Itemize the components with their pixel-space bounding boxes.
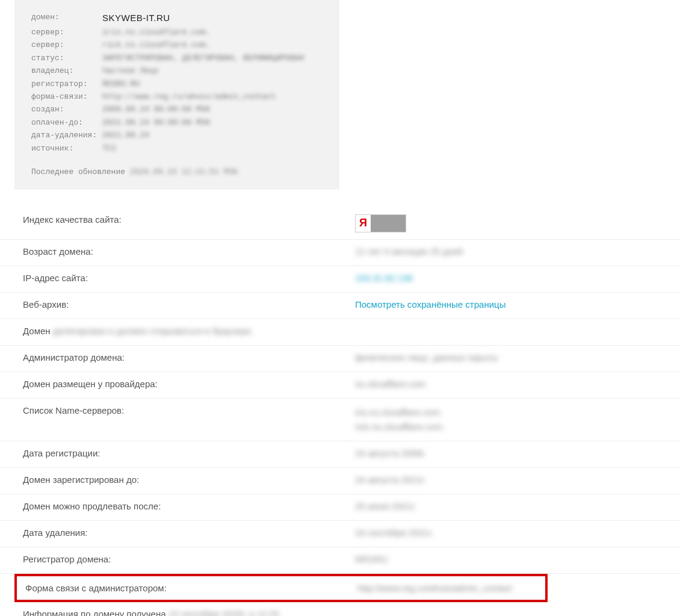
label-contactform: Форма связи с администратором: <box>25 583 357 593</box>
row-contact-form-highlighted: Форма связи с администратором: http://ww… <box>14 574 548 602</box>
whois-label-owner: владелец: <box>31 64 102 77</box>
ns-item-1: iris.ns.cloudflare.com. <box>355 405 445 420</box>
whois-value-server2: rick.ns.cloudflare.com. <box>102 39 210 51</box>
row-regdate: Дата регистрации: 24 августа 2008г. <box>0 441 680 468</box>
label-ns: Список Name-серверов: <box>23 405 355 415</box>
whois-raw-block: домен: SKYWEB-IT.RU сервер: iris.ns.clou… <box>14 0 339 190</box>
row-nameservers: Список Name-серверов: iris.ns.cloudflare… <box>0 399 680 441</box>
whois-value-created: 2008.08.24 00:00:00 MSK <box>102 103 210 116</box>
value-age: 12 лет 0 месяцев 25 дней <box>355 246 463 257</box>
row-domain-delegated: Домен делегирован и должен открываться в… <box>0 319 680 346</box>
row-domain-age: Возраст домена: 12 лет 0 месяцев 25 дней <box>0 240 680 266</box>
label-provider: Домен размещен у провайдера: <box>23 379 355 389</box>
row-renew: Домен можно продлевать после: 25 июня 20… <box>0 494 680 521</box>
row-admin: Администратор домена: физическое лицо, д… <box>0 346 680 372</box>
value-regdate: 24 августа 2008г. <box>355 448 426 458</box>
whois-lastupdate-value: 2020.09.15 12:21:51 MSK <box>130 167 238 176</box>
label-regdate: Дата регистрации: <box>23 448 355 458</box>
text-info-obtained: Информация по домену получена 15 сентябр… <box>23 609 279 616</box>
value-provider: ns.cloudflare.com <box>355 379 426 389</box>
yandex-icon: Я <box>356 215 371 232</box>
value-admin: физическое лицо, данные скрыты <box>355 352 498 362</box>
yandex-badge: Я <box>355 214 406 232</box>
whois-value-deletedate: 2021.09.24 <box>102 129 149 142</box>
label-age: Возраст домена: <box>23 246 355 257</box>
whois-label-status: статус: <box>31 52 102 64</box>
row-quality-index: Индекс качества сайта: Я <box>0 208 680 240</box>
row-deletedate: Дата удаления: 24 сентября 2021г. <box>0 521 680 547</box>
whois-label-source: источник: <box>31 142 102 155</box>
whois-label-server1: сервер: <box>31 26 102 39</box>
text-domain-delegated: Домен делегирован и должен открываться в… <box>23 326 253 336</box>
row-webarchive: Веб-архив: Посмотреть сохранённые страни… <box>0 293 680 319</box>
value-regtill: 24 августа 2021г. <box>355 474 426 485</box>
whois-label-domain: домен: <box>31 11 102 26</box>
link-webarchive[interactable]: Посмотреть сохранённые страницы <box>355 299 505 310</box>
yandex-bar <box>371 215 406 232</box>
whois-label-deletedate: дата-удаления: <box>31 129 102 142</box>
value-deletedate: 24 сентября 2021г. <box>355 527 433 538</box>
whois-value-registrar: REGRU-RU <box>102 78 140 90</box>
whois-label-registrar: регистратор: <box>31 78 102 90</box>
domain-info-table: Индекс качества сайта: Я Возраст домена:… <box>0 208 680 616</box>
row-provider: Домен размещен у провайдера: ns.cloudfla… <box>0 372 680 399</box>
label-admin: Администратор домена: <box>23 352 355 362</box>
row-regtill: Домен зарегистрирован до: 24 августа 202… <box>0 468 680 494</box>
whois-value-source: TCI <box>102 142 116 155</box>
row-registrar: Регистратор домена: REGRU <box>0 547 680 574</box>
whois-value-server1: iris.ns.cloudflare.com. <box>102 26 210 39</box>
value-renew: 25 июня 2021г. <box>355 501 416 511</box>
value-domain-delegated: делегирован и должен открываться в брауз… <box>53 326 253 336</box>
value-contactform: http://www.reg.ru/whois/admin_contact <box>357 583 512 593</box>
value-ns: iris.ns.cloudflare.com. rick.ns.cloudfla… <box>355 405 445 434</box>
whois-value-paidtill: 2021.08.24 00:00:00 MSK <box>102 116 210 129</box>
value-obtained: 15 сентября 2020г. в 12:25 <box>168 609 279 616</box>
whois-value-contactform: http://www.reg.ru/whois/admin_contact <box>102 90 276 103</box>
ns-item-2: rick.ns.cloudflare.com. <box>355 420 445 434</box>
value-registrar: REGRU <box>355 554 388 564</box>
row-ip-address: IP-адрес сайта: 104.31.82.136 <box>0 266 680 293</box>
value-quality: Я <box>355 214 406 232</box>
label-ip: IP-адрес сайта: <box>23 273 355 283</box>
whois-label-paidtill: оплачен-до: <box>31 116 102 129</box>
whois-label-server2: сервер: <box>31 39 102 51</box>
prefix-domain: Домен <box>23 326 51 336</box>
label-quality: Индекс качества сайта: <box>23 214 355 225</box>
label-deletedate: Дата удаления: <box>23 527 355 538</box>
whois-value-owner: Частное Лицо <box>102 64 159 77</box>
label-regtill: Домен зарегистрирован до: <box>23 474 355 485</box>
label-renew: Домен можно продлевать после: <box>23 501 355 511</box>
whois-lastupdate-label: Последнее обновление <box>31 167 125 176</box>
label-registrar: Регистратор домена: <box>23 554 355 564</box>
row-info-obtained: Информация по домену получена 15 сентябр… <box>0 602 680 616</box>
whois-value-domain: SKYWEB-IT.RU <box>102 11 170 26</box>
whois-value-status: ЗАРЕГИСТРИРОВАН, ДЕЛЕГИРОВАН, ВЕРИФИЦИРО… <box>102 52 304 64</box>
whois-label-created: создан: <box>31 103 102 116</box>
whois-label-contactform: форма-связи: <box>31 90 102 103</box>
prefix-obtained: Информация по домену получена <box>23 609 166 616</box>
value-ip[interactable]: 104.31.82.136 <box>355 273 413 283</box>
label-webarchive: Веб-архив: <box>23 299 355 310</box>
